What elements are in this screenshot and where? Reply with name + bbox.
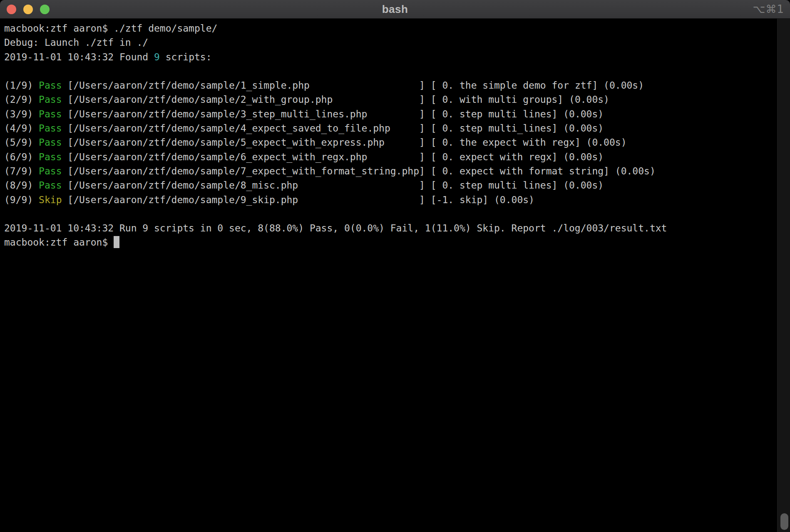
terminal-line: macbook:ztf aaron$ <box>4 235 778 249</box>
terminal-text: 9 <box>154 52 160 62</box>
terminal-text: 2019-11-01 10:43:32 Found <box>4 52 154 62</box>
terminal-text: [/Users/aaron/ztf/demo/sample/8_misc.php… <box>62 180 604 191</box>
terminal-line: (8/9) Pass [/Users/aaron/ztf/demo/sample… <box>4 178 778 192</box>
traffic-lights <box>7 0 50 18</box>
status-pass: Pass <box>39 137 62 148</box>
terminal-text: (7/9) <box>4 166 39 177</box>
terminal-text: [/Users/aaron/ztf/demo/sample/3_step_mul… <box>62 109 604 119</box>
terminal-line <box>4 64 778 78</box>
status-pass: Pass <box>39 123 62 134</box>
scrollbar-track[interactable] <box>777 19 790 532</box>
terminal-text: (3/9) <box>4 109 39 119</box>
status-skip: Skip <box>39 194 62 205</box>
terminal-line: (2/9) Pass [/Users/aaron/ztf/demo/sample… <box>4 92 778 107</box>
terminal-text: [/Users/aaron/ztf/demo/sample/6_expect_w… <box>62 152 604 162</box>
terminal-line: (4/9) Pass [/Users/aaron/ztf/demo/sample… <box>4 121 778 135</box>
terminal-text: scripts: <box>160 52 212 62</box>
terminal-text: [/Users/aaron/ztf/demo/sample/4_expect_s… <box>62 123 604 134</box>
terminal-text: macbook:ztf aaron$ <box>4 237 114 248</box>
terminal-text: macbook:ztf aaron$ ./ztf demo/sample/ <box>4 23 217 34</box>
terminal-text: (5/9) <box>4 137 39 148</box>
scrollbar-thumb[interactable] <box>780 513 788 530</box>
status-pass: Pass <box>39 166 62 177</box>
close-button[interactable] <box>7 5 16 14</box>
terminal-text: [/Users/aaron/ztf/demo/sample/9_skip.php… <box>62 194 534 205</box>
terminal-line: (7/9) Pass [/Users/aaron/ztf/demo/sample… <box>4 164 778 178</box>
terminal-text: [/Users/aaron/ztf/demo/sample/7_expect_w… <box>62 166 655 177</box>
terminal-screen[interactable]: macbook:ztf aaron$ ./ztf demo/sample/Deb… <box>0 19 778 532</box>
terminal-line <box>4 207 778 221</box>
window-titlebar[interactable]: bash ⌥⌘1 <box>0 0 790 19</box>
terminal-line: (3/9) Pass [/Users/aaron/ztf/demo/sample… <box>4 107 778 121</box>
terminal-text: (6/9) <box>4 152 39 162</box>
status-pass: Pass <box>39 180 62 191</box>
terminal-line: macbook:ztf aaron$ ./ztf demo/sample/ <box>4 21 778 35</box>
terminal-cursor <box>114 236 119 248</box>
terminal-window: bash ⌥⌘1 macbook:ztf aaron$ ./ztf demo/s… <box>0 0 790 532</box>
window-shortcut-label: ⌥⌘1 <box>753 0 784 18</box>
terminal-line: 2019-11-01 10:43:32 Run 9 scripts in 0 s… <box>4 221 778 235</box>
terminal-line: (6/9) Pass [/Users/aaron/ztf/demo/sample… <box>4 150 778 164</box>
status-pass: Pass <box>39 109 62 119</box>
terminal-line: 2019-11-01 10:43:32 Found 9 scripts: <box>4 50 778 64</box>
terminal-text: (8/9) <box>4 180 39 191</box>
terminal-line: (9/9) Skip [/Users/aaron/ztf/demo/sample… <box>4 193 778 207</box>
terminal-text: [/Users/aaron/ztf/demo/sample/2_with_gro… <box>62 94 609 105</box>
status-pass: Pass <box>39 80 62 91</box>
terminal-text: [/Users/aaron/ztf/demo/sample/1_simple.p… <box>62 80 644 91</box>
terminal-text: (1/9) <box>4 80 39 91</box>
terminal-text: (2/9) <box>4 94 39 105</box>
terminal-text: [/Users/aaron/ztf/demo/sample/5_expect_w… <box>62 137 626 148</box>
terminal-line: Debug: Launch ./ztf in ./ <box>4 35 778 50</box>
status-pass: Pass <box>39 152 62 162</box>
minimize-button[interactable] <box>23 5 33 14</box>
window-title: bash <box>0 3 790 16</box>
terminal-text: Debug: Launch ./ztf in ./ <box>4 37 148 48</box>
status-pass: Pass <box>39 94 62 105</box>
terminal-text: (9/9) <box>4 194 39 205</box>
terminal-text: (4/9) <box>4 123 39 134</box>
terminal-line: (1/9) Pass [/Users/aaron/ztf/demo/sample… <box>4 78 778 92</box>
terminal-text: 2019-11-01 10:43:32 Run 9 scripts in 0 s… <box>4 223 667 234</box>
terminal-line: (5/9) Pass [/Users/aaron/ztf/demo/sample… <box>4 135 778 149</box>
zoom-button[interactable] <box>40 5 50 14</box>
